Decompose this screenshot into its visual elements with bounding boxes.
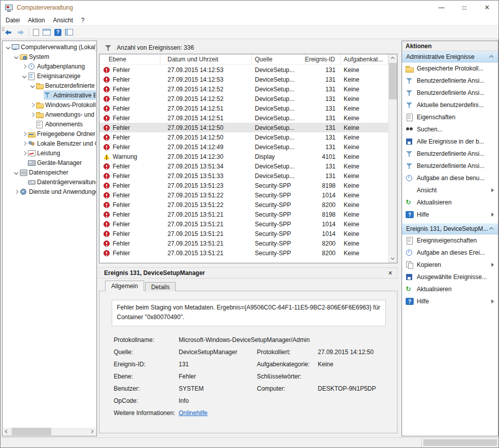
scroll-down-arrow-icon[interactable] (389, 255, 397, 263)
action-copy-custom-view[interactable]: Benutzerdefinierte Ansi... (402, 160, 498, 172)
chevron-expanded-icon[interactable] (13, 169, 19, 176)
event-row[interactable]: Fehler27.09.2015 13:51:23Security-SPP819… (99, 181, 388, 190)
tree-item-lokale-benutzer-und-gruppen[interactable]: Lokale Benutzer und Gr (3, 139, 96, 148)
event-row[interactable]: Fehler27.09.2015 13:51:21Security-SPP101… (99, 219, 388, 229)
online-help-link[interactable]: Onlinehilfe (179, 409, 257, 417)
event-list-vertical-scrollbar[interactable] (388, 54, 397, 263)
action-attach-task-to-event[interactable]: Aufgabe an dieses Erei... (402, 247, 498, 259)
help-icon[interactable] (54, 29, 61, 36)
event-row-selected[interactable]: Fehler27.09.2015 14:12:50DeviceSetup...1… (99, 123, 388, 132)
column-header-quelle[interactable]: Quelle (252, 54, 305, 64)
event-row[interactable]: Fehler27.09.2015 13:51:22Security-SPP101… (99, 190, 388, 200)
action-refresh[interactable]: Aktualisieren (402, 196, 498, 209)
action-section-administrative-ereignisse[interactable]: Administrative Ereignisse (402, 51, 498, 62)
tree-item-freigegebene-ordner[interactable]: Freigegebene Ordner (3, 129, 96, 139)
event-row[interactable]: Fehler27.09.2015 14:12:52DeviceSetup...1… (99, 94, 388, 104)
tree-item-abonnements[interactable]: Abonnements (3, 119, 96, 129)
event-row[interactable]: Fehler27.09.2015 14:12:50DeviceSetup...1… (99, 132, 388, 142)
tab-allgemein[interactable]: Allgemein (105, 281, 144, 291)
action-section-ereignis-131[interactable]: Ereignis 131, DeviceSetupM... (402, 223, 498, 234)
close-detail-icon[interactable]: × (388, 269, 392, 277)
menu-aktion[interactable]: Aktion (24, 16, 49, 25)
event-row[interactable]: Fehler27.09.2015 14:12:53DeviceSetup...1… (99, 75, 388, 84)
event-row[interactable]: Fehler27.09.2015 14:12:52DeviceSetup...1… (99, 84, 388, 94)
event-row[interactable]: Fehler27.09.2015 13:51:34DeviceSetup...1… (99, 161, 388, 171)
chevron-expanded-icon[interactable] (5, 44, 11, 50)
action-attach-task-to-view[interactable]: Aufgabe an diese benu... (402, 172, 498, 184)
action-create-custom-view[interactable]: Benutzerdefinierte Ansi... (402, 75, 498, 87)
event-row[interactable]: Fehler27.09.2015 14:12:51DeviceSetup...1… (99, 104, 388, 113)
chevron-expanded-icon[interactable] (29, 83, 36, 89)
chevron-expanded-icon[interactable] (21, 73, 27, 79)
action-save-all-events[interactable]: Alle Ereignisse in der b... (402, 135, 498, 148)
collapse-chevron-icon[interactable] (489, 54, 494, 59)
export-list-icon[interactable] (33, 29, 39, 36)
scroll-left-arrow-icon[interactable] (3, 428, 11, 435)
event-row[interactable]: Fehler27.09.2015 14:12:51DeviceSetup...1… (99, 113, 388, 123)
menu-ansicht[interactable]: Ansicht (49, 16, 77, 25)
event-row[interactable]: Fehler27.09.2015 13:51:21Security-SPP101… (99, 229, 388, 238)
event-row[interactable]: Fehler27.09.2015 13:51:21Security-SPP819… (99, 210, 388, 219)
action-properties[interactable]: Eigenschaften (402, 111, 498, 123)
event-row[interactable]: Fehler27.09.2015 13:51:21Security-SPP820… (99, 248, 388, 258)
column-header-ereignis-id[interactable]: Ereignis-ID (305, 54, 341, 64)
tree-item-aufgabenplanung[interactable]: Aufgabenplanung (3, 61, 96, 71)
scrollbar-thumb[interactable] (389, 63, 397, 99)
action-copy[interactable]: Kopieren (402, 259, 498, 271)
column-header-datum[interactable]: Datum und Uhrzeit (160, 54, 252, 64)
chevron-collapsed-icon[interactable] (29, 112, 36, 118)
tree-item-datenspeicher[interactable]: Datenspeicher (3, 167, 96, 177)
chevron-collapsed-icon[interactable] (21, 150, 27, 156)
close-button[interactable]: × (476, 1, 498, 15)
scroll-up-arrow-icon[interactable] (389, 54, 397, 62)
chevron-collapsed-icon[interactable] (13, 189, 19, 195)
chevron-collapsed-icon[interactable] (21, 63, 27, 70)
tree-item-benutzerdefinierte-ansichten[interactable]: Benutzerdefinierte A (3, 81, 96, 90)
tree-item-windows-protokolle[interactable]: Windows-Protokolle (3, 100, 96, 110)
show-console-tree-icon[interactable] (65, 29, 73, 36)
scrollbar-thumb[interactable] (12, 428, 51, 435)
action-help[interactable]: Hilfe (402, 209, 498, 221)
action-refresh-event[interactable]: Aktualisieren (402, 283, 498, 295)
tree-item-computerverwaltung-lokal[interactable]: Computerverwaltung (Lokal) (3, 42, 96, 52)
action-view-menu[interactable]: Ansicht (402, 184, 498, 196)
action-event-properties[interactable]: Ereigniseigenschaften (402, 234, 498, 247)
column-header-ebene[interactable]: Ebene (99, 54, 160, 64)
action-save-selected-events[interactable]: Ausgewählte Ereignisse... (402, 271, 498, 283)
bottom-scrollbar-thumb[interactable] (423, 439, 497, 446)
properties-window-icon[interactable] (43, 29, 51, 36)
bottom-scrollbar[interactable] (1, 437, 498, 447)
chevron-collapsed-icon[interactable] (21, 141, 27, 147)
tree-item-geraete-manager[interactable]: Geräte-Manager (3, 158, 96, 167)
tree-item-anwendungs-und-dienstprotokolle[interactable]: Anwendungs- und D (3, 110, 96, 119)
tree-item-system[interactable]: System (3, 52, 96, 61)
event-row[interactable]: Fehler27.09.2015 13:51:33DeviceSetup...1… (99, 171, 388, 181)
tree-horizontal-scrollbar[interactable] (3, 428, 96, 435)
chevron-collapsed-icon[interactable] (21, 131, 27, 137)
scroll-right-arrow-icon[interactable] (88, 428, 96, 435)
tab-details[interactable]: Details (145, 282, 176, 291)
event-row[interactable]: Fehler27.09.2015 13:51:22Security-SPP820… (99, 200, 388, 210)
menu-datei[interactable]: Datei (2, 16, 24, 25)
maximize-button[interactable]: □ (453, 1, 476, 15)
minimize-button[interactable]: — (430, 1, 453, 15)
event-row[interactable]: Fehler27.09.2015 13:51:21Security-SPP820… (99, 238, 388, 248)
collapse-chevron-icon[interactable] (489, 226, 494, 231)
action-filter-current-view[interactable]: Aktuelle benutzerdefini... (402, 99, 498, 111)
chevron-expanded-icon[interactable] (13, 54, 19, 60)
back-arrow-icon[interactable] (5, 29, 13, 36)
event-row[interactable]: Fehler27.09.2015 14:12:53DeviceSetup...1… (99, 65, 388, 75)
column-header-aufgabenkategorie[interactable]: Aufgabenkat... (341, 54, 388, 64)
action-import-custom-view[interactable]: Benutzerdefinierte Ansi... (402, 87, 498, 99)
event-row[interactable]: Warnung27.09.2015 14:12:30Display4101Kei… (99, 152, 388, 161)
action-help-event[interactable]: Hilfe (402, 295, 498, 307)
action-export-custom-view[interactable]: Benutzerdefinierte Ansi... (402, 148, 498, 160)
tree-item-administrative-ereignisse[interactable]: Administrative E (3, 90, 96, 100)
chevron-collapsed-icon[interactable] (29, 102, 36, 108)
tree-item-dienste-und-anwendungen[interactable]: Dienste und Anwendungen (3, 187, 96, 196)
tree-item-ereignisanzeige[interactable]: Ereignisanzeige (3, 71, 96, 81)
menu-hilfe[interactable]: ? (77, 16, 89, 25)
event-row[interactable]: Fehler27.09.2015 14:12:49DeviceSetup...1… (99, 142, 388, 152)
tree-item-leistung[interactable]: Leistung (3, 148, 96, 158)
action-open-saved-log[interactable]: Gespeicherte Protokoll... (402, 62, 498, 75)
